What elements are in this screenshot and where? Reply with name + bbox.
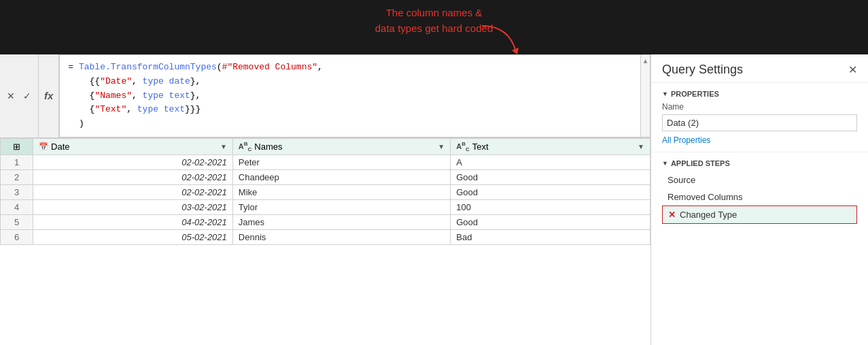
step-x-icon: ✕ xyxy=(668,210,676,220)
steps-list: SourceRemoved Columns✕Changed Type xyxy=(662,171,857,224)
text-cell: Bad xyxy=(451,229,650,244)
formula-bar: ✕ ✓ fx = Table.TransformColumnTypes(#"Re… xyxy=(0,54,650,138)
row-number: 1 xyxy=(1,154,33,169)
formula-content[interactable]: = Table.TransformColumnTypes(#"Removed C… xyxy=(59,54,650,137)
name-cell: Dennis xyxy=(232,229,450,244)
cancel-button[interactable]: ✕ xyxy=(4,89,18,103)
text-cell: A xyxy=(451,154,650,169)
annotation-text: The column names & data types get hard c… xyxy=(0,5,868,36)
table-row: 6 05-02-2021 Dennis Bad xyxy=(1,229,650,244)
right-panel: Query Settings ✕ ▼ PROPERTIES Name All P… xyxy=(650,54,868,345)
formula-scrollbar[interactable]: ▲ xyxy=(640,55,650,137)
all-properties-link[interactable]: All Properties xyxy=(662,135,710,145)
col-header-names[interactable]: ABC Names ▼ xyxy=(232,138,450,154)
name-cell: James xyxy=(232,214,450,229)
date-type-icon: 📅 xyxy=(39,142,48,151)
date-col-dropdown[interactable]: ▼ xyxy=(220,143,227,150)
step-item[interactable]: ✕Changed Type xyxy=(662,206,857,224)
col-names-label: Names xyxy=(254,142,282,152)
name-cell: Peter xyxy=(232,154,450,169)
table-row: 4 03-02-2021 Tylor 100 xyxy=(1,199,650,214)
date-cell: 05-02-2021 xyxy=(33,229,233,244)
date-cell: 02-02-2021 xyxy=(33,184,233,199)
applied-steps-section: ▼ APPLIED STEPS SourceRemoved Columns✕Ch… xyxy=(651,152,868,345)
properties-header: ▼ PROPERTIES xyxy=(662,90,857,98)
scroll-up-arrow[interactable]: ▲ xyxy=(643,56,647,67)
formula-buttons: ✕ ✓ xyxy=(0,54,39,137)
row-number: 6 xyxy=(1,229,33,244)
text-cell: Good xyxy=(451,169,650,184)
name-cell: Chandeep xyxy=(232,169,450,184)
text-cell: Good xyxy=(451,214,650,229)
confirm-button[interactable]: ✓ xyxy=(20,89,34,103)
name-label: Name xyxy=(662,102,857,112)
col-header-text[interactable]: ABC Text ▼ xyxy=(451,138,650,154)
table-row: 5 04-02-2021 James Good xyxy=(1,214,650,229)
row-number: 3 xyxy=(1,184,33,199)
applied-steps-header: ▼ APPLIED STEPS xyxy=(662,159,857,167)
text-cell: Good xyxy=(451,184,650,199)
step-item[interactable]: Source xyxy=(662,171,857,188)
row-number: 2 xyxy=(1,169,33,184)
steps-collapse-triangle[interactable]: ▼ xyxy=(662,160,668,167)
row-number: 4 xyxy=(1,199,33,214)
text-type-icon: ABC xyxy=(456,141,470,152)
properties-section: ▼ PROPERTIES Name All Properties xyxy=(651,83,868,152)
col-date-label: Date xyxy=(51,142,69,152)
step-item[interactable]: Removed Columns xyxy=(662,188,857,206)
date-cell: 02-02-2021 xyxy=(33,169,233,184)
grid-corner-symbol: ⊞ xyxy=(13,142,20,152)
data-grid-container: ⊞ 📅 Date ▼ xyxy=(0,138,650,345)
annotation-arrow xyxy=(475,24,530,54)
annotation-bar: The column names & data types get hard c… xyxy=(0,0,868,54)
main-area: ✕ ✓ fx = Table.TransformColumnTypes(#"Re… xyxy=(0,54,868,345)
fx-label: fx xyxy=(39,54,59,137)
query-settings-title: Query Settings xyxy=(662,63,743,77)
query-settings-header: Query Settings ✕ xyxy=(651,54,868,83)
close-button[interactable]: ✕ xyxy=(848,63,857,76)
col-text-label: Text xyxy=(472,142,489,152)
step-label: Removed Columns xyxy=(667,192,743,202)
table-row: 3 02-02-2021 Mike Good xyxy=(1,184,650,199)
date-cell: 04-02-2021 xyxy=(33,214,233,229)
names-col-dropdown[interactable]: ▼ xyxy=(438,143,445,150)
table-row: 2 02-02-2021 Chandeep Good xyxy=(1,169,650,184)
left-panel: ✕ ✓ fx = Table.TransformColumnTypes(#"Re… xyxy=(0,54,650,345)
text-cell: 100 xyxy=(451,199,650,214)
names-type-icon: ABC xyxy=(239,141,252,152)
collapse-triangle[interactable]: ▼ xyxy=(662,91,668,97)
row-number: 5 xyxy=(1,214,33,229)
col-header-date[interactable]: 📅 Date ▼ xyxy=(33,138,233,154)
step-label: Changed Type xyxy=(680,210,737,220)
name-cell: Mike xyxy=(232,184,450,199)
step-label: Source xyxy=(667,175,695,185)
name-input[interactable] xyxy=(662,114,857,131)
text-col-dropdown[interactable]: ▼ xyxy=(638,143,644,150)
table-row: 1 02-02-2021 Peter A xyxy=(1,154,650,169)
name-cell: Tylor xyxy=(232,199,450,214)
date-cell: 03-02-2021 xyxy=(33,199,233,214)
grid-corner-icon: ⊞ xyxy=(1,138,33,154)
data-grid: ⊞ 📅 Date ▼ xyxy=(0,138,650,245)
date-cell: 02-02-2021 xyxy=(33,154,233,169)
